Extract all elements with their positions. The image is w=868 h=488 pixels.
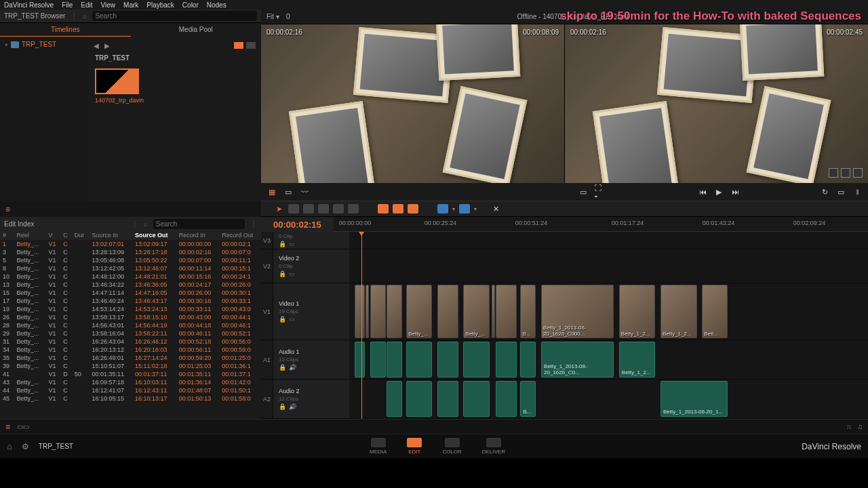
src-opt2-icon[interactable]: ▭ (283, 186, 294, 197)
ei-col-header[interactable]: C (60, 230, 72, 240)
table-row[interactable]: 31Betty_...V1C16:26:43:0416:26:46:1200:0… (0, 338, 261, 346)
table-row[interactable]: 29Betty_...V1C13:58:16:0413:58:22:1100:0… (0, 329, 261, 338)
track-enable-icon[interactable]: ▭ (289, 241, 295, 247)
track-body-v1[interactable]: Betty_...Betty_...B...Betty_1_2013-08-20… (349, 283, 868, 340)
meters-toggle-icon[interactable]: ♫ (858, 423, 863, 430)
play-button[interactable]: ▶ (713, 186, 724, 197)
audio-clip[interactable] (387, 342, 402, 378)
audio-clip[interactable] (463, 381, 489, 417)
track-label-v2[interactable]: V2 (261, 249, 273, 283)
video-clip[interactable]: B... (520, 285, 536, 338)
table-row[interactable]: 43Betty_...V1C16:09:57:1816:10:03:1100:0… (0, 378, 261, 386)
zoom-value[interactable]: 0 (286, 13, 290, 20)
marker-box[interactable] (829, 168, 838, 178)
link-tool-icon[interactable] (378, 204, 389, 214)
video-clip[interactable]: Betty_... (463, 285, 489, 338)
table-row[interactable]: 10Betty_...V1C14:48:12:0014:48:21:0100:0… (0, 272, 261, 281)
table-row[interactable]: 44Betty_...V1C16:12:41:0716:12:43:1100:0… (0, 386, 261, 394)
ei-options-icon[interactable]: ⋮ (132, 220, 138, 228)
snap-tool-icon[interactable] (408, 204, 418, 214)
arrow-tool-icon[interactable]: ➤ (273, 203, 284, 214)
lock-icon[interactable]: 🔒 (279, 364, 286, 371)
audio-clip[interactable] (406, 381, 432, 417)
audio-clip[interactable] (496, 342, 517, 378)
lock-icon[interactable]: 🔒 (279, 270, 286, 277)
video-clip[interactable] (387, 285, 402, 338)
nav-back-icon[interactable]: ◀ (94, 42, 99, 49)
loop-icon[interactable]: ↻ (819, 186, 830, 197)
tree-item-root[interactable]: TRP_TEST (3, 39, 85, 49)
prev-button[interactable]: ⏮ (697, 186, 708, 197)
table-row[interactable]: 1Betty_...V1C13:02:07:0113:02:09:1700:00… (0, 240, 261, 248)
ei-col-header[interactable]: # (0, 230, 14, 240)
audio-clip[interactable] (437, 342, 458, 378)
table-row[interactable]: 13Betty_...V1C13:46:34:2213:46:36:0500:0… (0, 281, 261, 289)
page-edit[interactable]: EDIT (407, 438, 422, 455)
audio-clip[interactable]: Betty_1_2... (619, 342, 656, 378)
video-clip[interactable] (492, 285, 495, 338)
menu-nodes[interactable]: Nodes (207, 1, 226, 9)
src-opt1-icon[interactable]: ▦ (267, 186, 277, 197)
mute-icon[interactable]: 🔊 (289, 364, 296, 371)
audio-clip[interactable] (463, 342, 489, 378)
track-enable-icon[interactable]: ▭ (289, 316, 295, 323)
audio-clip[interactable] (496, 381, 517, 417)
rec-end-icon[interactable]: ▭ (835, 186, 846, 197)
video-clip[interactable] (370, 285, 386, 338)
video-clip[interactable]: Betty_1_2013-08-20_1626_C000... (541, 285, 614, 338)
menu-app[interactable]: DaVinci Resolve (4, 1, 54, 9)
table-row[interactable]: 28Betty_...V1C14:56:43:0114:56:44:1900:0… (0, 321, 261, 329)
nav-fwd-icon[interactable]: ▶ (104, 42, 110, 49)
source-viewer[interactable]: 00:00:02:16 00:00:08:09 (261, 24, 564, 183)
lock-icon[interactable]: 🔒 (279, 241, 286, 247)
audio-clip[interactable]: Betty_1_2013-08-20_1... (660, 381, 728, 417)
table-row[interactable]: 8Betty_...V1C13:12:42:0513:12:46:0700:00… (0, 264, 261, 272)
marker-box[interactable] (853, 168, 863, 178)
timeline-thumb[interactable]: 140702_trp_davin (95, 68, 139, 104)
menu-playback[interactable]: Playback (146, 1, 174, 9)
playhead[interactable] (361, 232, 362, 419)
audio-clip[interactable] (437, 381, 458, 417)
insert-tool-icon[interactable] (303, 204, 314, 214)
track-enable-icon[interactable]: ▭ (289, 270, 295, 277)
audio-clip[interactable]: B... (520, 381, 536, 417)
video-clip[interactable]: Betty_... (406, 285, 432, 338)
table-row[interactable]: 3Betty_...V1C13:28:13:0913:28:17:1800:00… (0, 248, 261, 256)
close-toolbar-icon[interactable]: ✕ (490, 203, 501, 214)
video-clip[interactable]: Betty_1_2... (660, 285, 697, 338)
track-body-a2[interactable]: B...Betty_1_2013-08-20_1... (349, 380, 868, 418)
audio-clip[interactable] (406, 342, 432, 378)
ei-col-header[interactable]: Record Out (219, 230, 261, 240)
rec-home-icon[interactable]: ⛶ ▾ (594, 186, 605, 197)
browser-search-input[interactable] (92, 11, 257, 21)
mixer-toggle-icon[interactable]: ⎍ (847, 423, 851, 430)
table-row[interactable]: 45Betty_...V1C16:10:05:1516:10:13:1700:0… (0, 394, 261, 403)
flag-tool-icon[interactable] (437, 204, 448, 214)
menu-mark[interactable]: Mark (123, 1, 138, 9)
table-row[interactable]: 15Betty_...V1C14:47:11:1414:47:16:0500:0… (0, 289, 261, 297)
timeline-ruler[interactable]: 00:00:00:0000:00:25:2400:00:51:2400:01:1… (334, 217, 868, 232)
view-list-icon[interactable] (246, 42, 256, 49)
audio-clip[interactable] (520, 342, 536, 378)
replace-tool-icon[interactable] (333, 204, 344, 214)
chain-tool-icon[interactable] (393, 204, 403, 214)
audio-clip[interactable]: Betty_1_2013-08-20_1626_C0... (541, 342, 614, 378)
browser-options-icon[interactable]: ⋮ (71, 12, 77, 20)
video-clip[interactable] (496, 285, 517, 338)
lock-icon[interactable]: 🔒 (279, 316, 286, 323)
src-audio-icon[interactable]: 〰 (299, 186, 310, 197)
hamburger-icon[interactable]: ≡ (5, 205, 10, 214)
audio-clip[interactable] (370, 342, 386, 378)
menu-view[interactable]: View (101, 1, 116, 9)
video-clip[interactable] (437, 285, 458, 338)
view-grid-icon[interactable] (234, 42, 243, 49)
overwrite-tool-icon[interactable] (318, 204, 329, 214)
video-clip[interactable]: Betty_1_2... (619, 285, 656, 338)
track-label-v1[interactable]: V1 (261, 283, 273, 340)
media-toggle-icon[interactable]: ▭▭ (17, 423, 29, 430)
page-media[interactable]: MEDIA (370, 438, 387, 455)
settings-icon[interactable]: ⚙ (22, 442, 29, 451)
menu-edit[interactable]: Edit (81, 1, 92, 9)
track-label-a1[interactable]: A1 (261, 340, 273, 379)
ei-col-header[interactable]: Record In (176, 230, 220, 240)
